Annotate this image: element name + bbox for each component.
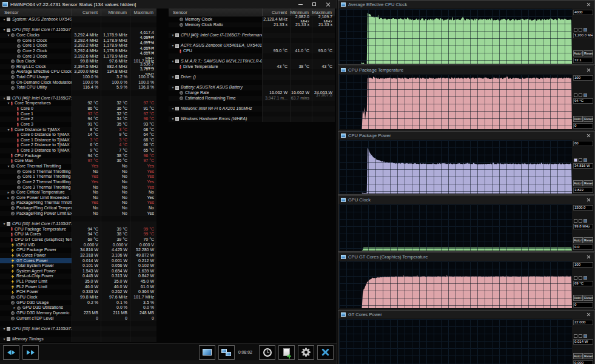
sensor-row[interactable]: Total CPU Utility116.4 %5.9 %136.8 % (0, 85, 156, 90)
sensor-row[interactable]: ▾Core Distance to TjMAX8 °C3 °C68 °C (0, 127, 156, 132)
reset-button[interactable]: Reset (583, 353, 593, 359)
chevron-right-icon[interactable]: ▸ (6, 195, 11, 201)
sensor-section-row[interactable]: ▾System: ASUS Zenbook UX5401EA_UX5401EA (0, 17, 156, 22)
sensor-row[interactable]: Core 197 °C32 °C97 °C (0, 112, 156, 117)
sensor-row[interactable]: PL1 Power Limit35.0 W35.0 W45.0 W (0, 279, 156, 285)
sensor-row[interactable]: Core 3 Distance to TjMAX9 °C7 °C65 °C (0, 148, 156, 153)
graph-titlebar[interactable]: CPU GT Cores (Graphics) Temperature (338, 253, 594, 261)
scale-min-input[interactable]: 0 (573, 302, 593, 308)
scale-max-input[interactable]: 100 (573, 262, 593, 268)
graph-checkbox[interactable] (579, 28, 582, 32)
chevron-down-icon[interactable]: ▾ (2, 27, 7, 33)
reset-button[interactable]: Reset (583, 50, 593, 56)
close-icon[interactable] (587, 255, 591, 259)
sensor-row[interactable]: IA Cores Power32.318 W3.106 W49.872 W (0, 253, 156, 258)
section-checkbox[interactable] (175, 117, 179, 121)
chevron-down-icon[interactable]: ▾ (2, 96, 7, 101)
scale-max-input[interactable]: 100 (573, 75, 593, 81)
chevron-down-icon[interactable]: ▾ (170, 116, 175, 122)
graph-checkbox[interactable] (583, 28, 587, 32)
section-checkbox[interactable] (7, 96, 10, 100)
scale-min-input[interactable]: 0.000 (573, 360, 593, 364)
sensor-row[interactable]: Average Effective CPU Clock3,200.0 MHz13… (0, 69, 156, 75)
sensor-section-row[interactable]: ▾Drive: () (169, 75, 335, 80)
auto-fit-button[interactable]: Auto Fit (573, 353, 583, 359)
sensor-section-row[interactable]: ▾CPU [#0]: Intel Core i7-1165G7: Perform… (169, 33, 335, 38)
sensor-row[interactable]: Estimated Remaining Time3,947.1 m...63.7… (169, 96, 335, 101)
sensor-row[interactable]: ▸GPU D3D Utilizations0.0 %0.0 % (0, 305, 156, 311)
logging-button[interactable] (278, 345, 295, 360)
graph-checkbox[interactable] (583, 93, 587, 97)
sensor-section-row[interactable]: ▾Windows Hardware Errors (WHEA) (169, 116, 335, 122)
sensor-row[interactable]: ▸Core Power Limit ExceededNoNoYes (0, 195, 156, 201)
sensor-row[interactable]: Drive Temperature43 °C38 °C43 °C (169, 64, 335, 70)
window-titlebar[interactable]: HWiNFO64 v7.22-4731 Sensor Status [134 v… (0, 0, 337, 8)
reset-button[interactable]: Reset (583, 116, 593, 122)
sensor-row[interactable]: GPU D3D Usage0.2 %0.1 %3.5 % (0, 300, 156, 306)
section-checkbox[interactable] (7, 222, 10, 226)
column-minimum[interactable]: Minimum (101, 8, 130, 16)
section-checkbox[interactable] (175, 86, 179, 90)
chevron-right-icon[interactable]: ▸ (6, 190, 11, 195)
sensor-row[interactable]: Core 2 Thermal ThrottlingYesNoYes (0, 180, 156, 185)
scale-min-input[interactable]: 3.822 (573, 187, 593, 193)
sensor-row[interactable]: Core 3 Thermal ThrottlingNoNoYes (0, 185, 156, 190)
graph-checkbox[interactable] (579, 276, 582, 280)
column-sensor[interactable]: Sensor (0, 10, 72, 15)
sensor-row[interactable]: Total CPU Usage100.0 %3.2 %100.0 % (0, 75, 156, 80)
chevron-down-icon[interactable]: ▾ (2, 326, 7, 332)
chevron-down-icon[interactable]: ▾ (6, 33, 11, 38)
close-sensors-button[interactable] (317, 345, 334, 360)
section-checkbox[interactable] (175, 107, 179, 110)
expand-columns-button[interactable] (3, 345, 19, 360)
chevron-down-icon[interactable]: ▾ (170, 85, 175, 90)
clock-button[interactable] (259, 345, 275, 360)
section-checkbox[interactable] (7, 337, 10, 341)
sensor-row[interactable]: Core 1 Distance to TjMAX3 °C3 °C68 °C (0, 138, 156, 143)
chevron-down-icon[interactable]: ▾ (2, 221, 7, 227)
graph-checkbox[interactable] (574, 28, 577, 32)
chevron-down-icon[interactable]: ▾ (170, 43, 175, 49)
close-icon[interactable] (587, 198, 591, 202)
scale-min-input[interactable]: 0 (573, 123, 593, 129)
sensor-row[interactable]: Current cTDP Level000 (0, 316, 156, 322)
graph-checkbox[interactable] (574, 158, 577, 162)
graph-checkbox[interactable] (574, 93, 577, 97)
forward-arrows-button[interactable] (22, 345, 39, 360)
sensor-section-row[interactable]: ▾Network: Intel Wi-Fi 6 AX201 160MHz (169, 106, 335, 112)
sensor-row[interactable]: Package/Ring Power Limit ExceededNoNoYes (0, 211, 156, 217)
sensor-section-row[interactable]: ▾CPU [#0]: Intel Core i7-1165G7: C-State… (0, 326, 156, 332)
sensor-row[interactable]: Rest-of-Chip Power0.445 W0.313 W0.842 W (0, 274, 156, 279)
close-icon[interactable] (587, 312, 591, 317)
maximize-icon[interactable] (312, 2, 316, 6)
graph-titlebar[interactable]: CPU Package Power (338, 132, 594, 140)
sensor-row[interactable]: PCH Power0.333 W0.262 W0.364 W (0, 289, 156, 295)
sensor-section-row[interactable]: ▾Memory Timings (0, 337, 156, 342)
sensor-row[interactable]: CPU GT Cores (Graphics) Temperature69 °C… (0, 237, 156, 243)
graph-checkbox[interactable] (583, 158, 587, 162)
sensor-row[interactable]: Core 391 °C35 °C93 °C (0, 122, 156, 127)
graph-checkbox[interactable] (583, 334, 587, 338)
sensor-row[interactable]: iGPU VID0.000 V0.000 V0.000 V (0, 243, 156, 248)
graph-checkbox[interactable] (574, 334, 577, 338)
sensor-row[interactable]: ▸Core Critical TemperatureNoNoNo (0, 190, 156, 195)
graph-titlebar[interactable]: GT Cores Power (338, 311, 594, 318)
section-checkbox[interactable] (175, 59, 179, 63)
auto-fit-button[interactable]: Auto Fit (573, 116, 583, 122)
reset-button[interactable]: Reset (583, 237, 593, 243)
minimize-icon[interactable] (298, 4, 303, 5)
sensor-row[interactable]: Package/Ring Critical TemperatureNoNoNo (0, 206, 156, 211)
chevron-down-icon[interactable]: ▾ (2, 337, 7, 342)
graph-checkbox[interactable] (579, 219, 582, 223)
scale-min-input[interactable]: 72.1 (573, 58, 593, 63)
scale-max-input[interactable]: 22.000 (573, 320, 593, 325)
sensor-row[interactable]: Core 294 °C34 °C96 °C (0, 116, 156, 122)
auto-fit-button[interactable]: Auto Fit (573, 50, 583, 56)
scale-max-input[interactable]: 1500.0 (573, 205, 593, 211)
sensor-row[interactable]: Core 2 Distance to TjMAX6 °C4 °C66 °C (0, 143, 156, 148)
sensor-section-row[interactable]: ▾CPU [#0]: Intel Core i7-1165G7: DTS (0, 96, 156, 101)
sensor-row[interactable]: Package/Ring Thermal ThrottlingYesNoYes (0, 200, 156, 206)
sensor-row[interactable]: CPU Package Power34.816 W4.425 W52.280 W (0, 248, 156, 253)
auto-fit-button[interactable]: Auto Fit (573, 180, 583, 186)
graph-checkbox[interactable] (579, 158, 582, 162)
